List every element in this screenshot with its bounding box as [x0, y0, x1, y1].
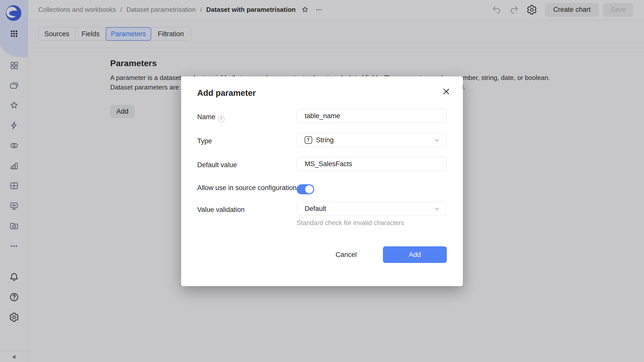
allow-use-toggle[interactable]: [297, 184, 314, 194]
modal-actions: Cancel Add: [197, 246, 447, 263]
validation-helper-text: Standard check for invalid characters: [297, 219, 447, 227]
validation-select-value: Default: [305, 205, 326, 213]
modal-title: Add parameter: [197, 88, 447, 98]
default-value-input[interactable]: [297, 157, 447, 171]
chevron-down-icon: [434, 137, 440, 144]
type-select-value: String: [316, 136, 334, 144]
type-select[interactable]: T String: [297, 133, 447, 147]
default-value-label: Default value: [197, 157, 297, 170]
name-input[interactable]: [297, 109, 447, 123]
validation-label: Value validation: [197, 202, 297, 214]
validation-row: Value validation Default Standard check …: [197, 202, 447, 227]
toggle-knob: [305, 185, 313, 193]
default-value-row: Default value: [197, 157, 447, 171]
chevron-down-icon: [434, 206, 440, 212]
type-label: Type: [197, 133, 297, 146]
name-label: Name?: [197, 109, 297, 122]
close-icon[interactable]: [441, 86, 451, 97]
help-icon[interactable]: ?: [218, 116, 225, 122]
add-parameter-modal: Add parameter Name? Type T String: [181, 76, 463, 286]
type-row: Type T String: [197, 133, 447, 147]
string-type-icon: T: [305, 136, 312, 144]
modal-add-button[interactable]: Add: [383, 246, 447, 263]
cancel-button[interactable]: Cancel: [327, 246, 365, 263]
allow-use-label: Allow use in source configuration: [197, 183, 297, 193]
app-window: Collections and workbooks / Dataset para…: [0, 0, 644, 362]
validation-select[interactable]: Default: [297, 202, 447, 216]
allow-use-row: Allow use in source configuration: [197, 183, 447, 194]
name-row: Name?: [197, 109, 447, 123]
